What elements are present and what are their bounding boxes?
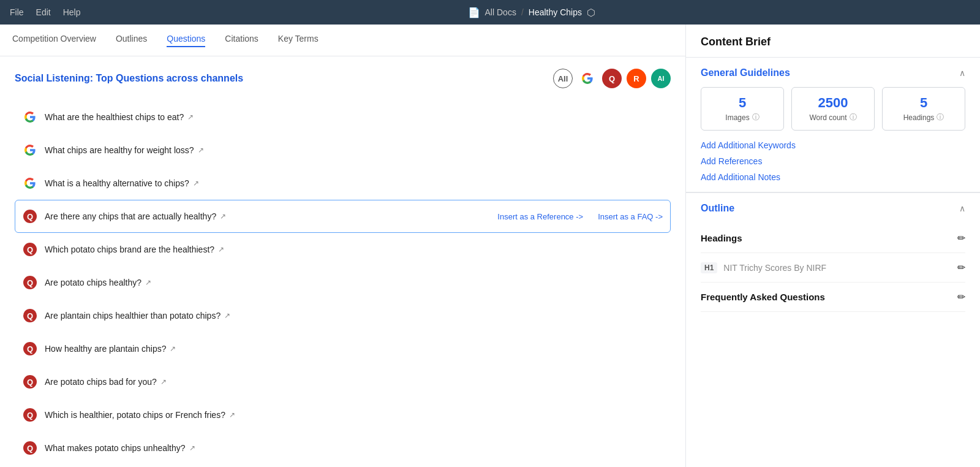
question-item[interactable]: What are the healthiest chips to eat? ↗ <box>15 101 671 134</box>
quora-icon: Q <box>23 441 37 455</box>
outline-item-left: Frequently Asked Questions <box>701 292 825 302</box>
external-link-icon[interactable]: ↗ <box>198 146 204 154</box>
question-text: What is a healthy alternative to chips? … <box>45 178 663 188</box>
images-info-icon[interactable]: ⓘ <box>752 112 760 123</box>
external-link-icon[interactable]: ↗ <box>170 344 176 353</box>
question-list: What are the healthiest chips to eat? ↗ <box>15 101 671 467</box>
doc-name[interactable]: Healthy Chips <box>529 7 582 17</box>
quora-icon: Q <box>23 341 37 356</box>
doc-icon: 📄 <box>468 7 480 18</box>
outline-item-headings: Headings ✏ <box>701 224 965 253</box>
stat-images-label: Images ⓘ <box>709 112 776 123</box>
outline-item-left: Headings <box>701 233 742 243</box>
external-link-icon[interactable]: ↗ <box>160 378 167 386</box>
app-layout: Competition Overview Outlines Questions … <box>0 25 980 467</box>
breadcrumb-separator: / <box>521 7 524 17</box>
external-link-icon[interactable]: ↗ <box>229 411 235 419</box>
question-item[interactable]: Q Which potato chips brand are the healt… <box>15 233 671 266</box>
outline-item-faq: Frequently Asked Questions ✏ <box>701 283 965 312</box>
question-actions: Insert as a Reference -> Insert as a FAQ… <box>497 212 663 221</box>
insert-as-faq-button[interactable]: Insert as a FAQ -> <box>598 212 663 221</box>
external-link-icon[interactable]: ↗ <box>145 278 151 287</box>
menu-edit[interactable]: Edit <box>36 7 51 17</box>
quora-icon: Q <box>23 308 37 323</box>
external-link-icon[interactable]: ↗ <box>224 311 230 320</box>
h1-text: NIT Trichy Scores By NIRF <box>723 263 826 273</box>
filter-quora[interactable]: Q <box>602 69 622 88</box>
question-item[interactable]: Q Are plantain chips healthier than pota… <box>15 299 671 332</box>
tab-questions[interactable]: Questions <box>167 34 205 47</box>
stat-images-value: 5 <box>709 95 776 111</box>
outline-collapse-icon[interactable]: ∧ <box>959 203 965 213</box>
stat-headings: 5 Headings ⓘ <box>882 87 965 131</box>
menu-help[interactable]: Help <box>63 7 81 17</box>
tab-key-terms[interactable]: Key Terms <box>278 34 318 47</box>
question-item[interactable]: Q Are potato chips healthy? ↗ <box>15 266 671 299</box>
question-item-selected[interactable]: Q Are there any chips that are actually … <box>15 200 671 233</box>
tab-bar: Competition Overview Outlines Questions … <box>0 25 685 56</box>
word-count-info-icon[interactable]: ⓘ <box>850 112 857 123</box>
add-references-link[interactable]: Add References <box>701 156 965 166</box>
question-item[interactable]: Q Why are kettle-cooked chips better tha… <box>15 465 671 467</box>
quora-icon: Q <box>23 242 37 257</box>
question-text: Are there any chips that are actually he… <box>45 211 490 221</box>
outline-header: Outline ∧ <box>701 203 965 214</box>
breadcrumb-prefix[interactable]: All Docs <box>485 7 516 17</box>
quora-icon: Q <box>23 209 37 224</box>
stat-word-count-value: 2500 <box>799 95 867 111</box>
question-text: Are plantain chips healthier than potato… <box>45 311 663 321</box>
question-text: What are the healthiest chips to eat? ↗ <box>45 112 663 122</box>
question-text: Are potato chips bad for you? ↗ <box>45 377 663 387</box>
edit-headings-icon[interactable]: ✏ <box>957 232 965 244</box>
questions-section-header: Social Listening: Top Questions across c… <box>15 69 671 88</box>
share-icon[interactable]: ⬡ <box>587 7 595 18</box>
question-text: Are potato chips healthy? ↗ <box>45 278 663 287</box>
filter-all[interactable]: All <box>553 69 573 88</box>
stats-grid: 5 Images ⓘ 2500 Word count ⓘ 5 <box>701 87 965 131</box>
insert-as-reference-button[interactable]: Insert as a Reference -> <box>497 212 583 221</box>
filter-reddit[interactable]: R <box>627 69 646 88</box>
menu-file[interactable]: File <box>10 7 24 17</box>
tab-competition[interactable]: Competition Overview <box>12 34 96 47</box>
tab-citations[interactable]: Citations <box>225 34 258 47</box>
brief-header: Content Brief <box>686 25 980 58</box>
question-item[interactable]: Q Which is healthier, potato chips or Fr… <box>15 398 671 431</box>
external-link-icon[interactable]: ↗ <box>189 444 195 452</box>
guidelines-header[interactable]: General Guidelines ∧ <box>701 67 965 78</box>
question-text: What chips are healthy for weight loss? … <box>45 145 663 155</box>
external-link-icon[interactable]: ↗ <box>218 245 224 254</box>
outline-title: Outline <box>701 203 734 214</box>
question-item[interactable]: What chips are healthy for weight loss? … <box>15 134 671 167</box>
left-panel: Competition Overview Outlines Questions … <box>0 25 686 467</box>
question-text: How healthy are plantain chips? ↗ <box>45 344 663 354</box>
stat-images: 5 Images ⓘ <box>701 87 784 131</box>
question-item[interactable]: Q How healthy are plantain chips? ↗ <box>15 332 671 365</box>
action-links-list: Add Additional Keywords Add References A… <box>701 140 965 182</box>
question-item[interactable]: What is a healthy alternative to chips? … <box>15 167 671 200</box>
collapse-icon[interactable]: ∧ <box>959 68 965 78</box>
external-link-icon[interactable]: ↗ <box>193 179 199 188</box>
external-link-icon[interactable]: ↗ <box>220 212 226 221</box>
stat-headings-label: Headings ⓘ <box>890 112 957 123</box>
quora-icon: Q <box>23 275 37 290</box>
stat-word-count: 2500 Word count ⓘ <box>791 87 875 131</box>
outline-section: Outline ∧ Headings ✏ H1 NIT Trichy Score… <box>686 193 980 322</box>
outline-items: Headings ✏ H1 NIT Trichy Scores By NIRF … <box>701 224 965 312</box>
edit-faq-icon[interactable]: ✏ <box>957 291 965 303</box>
tab-outlines[interactable]: Outlines <box>116 34 147 47</box>
filter-ai[interactable]: AI <box>651 69 671 88</box>
external-link-icon[interactable]: ↗ <box>187 113 194 121</box>
top-bar: File Edit Help 📄 All Docs / Healthy Chip… <box>0 0 980 25</box>
questions-section-title: Social Listening: Top Questions across c… <box>15 73 243 84</box>
google-icon <box>23 143 37 158</box>
question-text: Which potato chips brand are the healthi… <box>45 245 663 254</box>
filter-google[interactable] <box>578 69 597 88</box>
add-keywords-link[interactable]: Add Additional Keywords <box>701 140 965 150</box>
edit-h1-icon[interactable]: ✏ <box>957 262 965 273</box>
question-item[interactable]: Q What makes potato chips unhealthy? ↗ <box>15 431 671 465</box>
google-icon <box>23 110 37 124</box>
question-item[interactable]: Q Are potato chips bad for you? ↗ <box>15 365 671 398</box>
quora-icon: Q <box>23 374 37 389</box>
headings-info-icon[interactable]: ⓘ <box>937 112 944 123</box>
add-notes-link[interactable]: Add Additional Notes <box>701 172 965 182</box>
